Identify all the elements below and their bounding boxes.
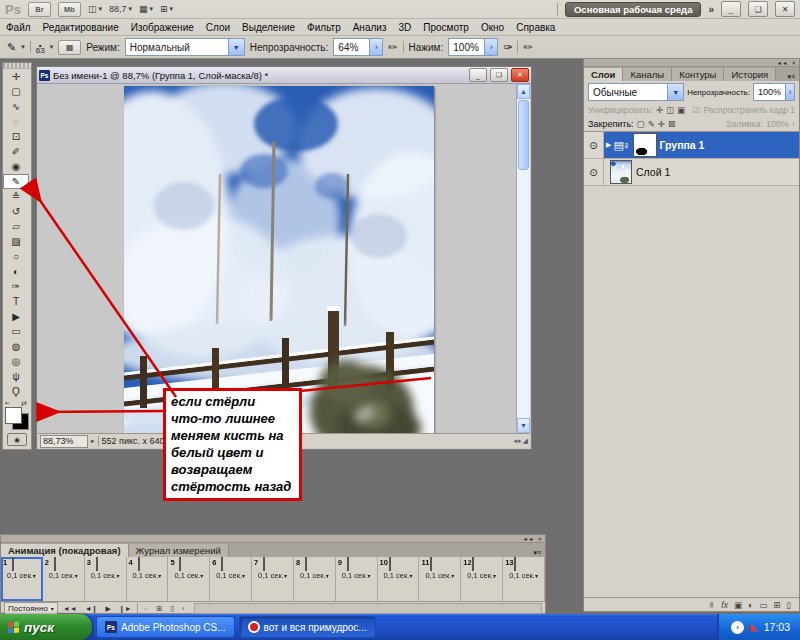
language-bar-icon[interactable]: ‹	[731, 621, 744, 634]
hscroll-right-icon[interactable]: ▸	[518, 437, 522, 445]
horizontal-scrollbar[interactable]	[194, 603, 542, 614]
close-panel-icon[interactable]: ✕	[537, 536, 542, 542]
flow-field[interactable]: 100% ›	[448, 38, 498, 56]
animation-frame[interactable]: 13 0,1 сек.▾	[503, 557, 545, 601]
spinner-icon[interactable]: ›	[785, 84, 794, 100]
document-titlebar[interactable]: Ps Без имени-1 @ 88,7% (Группа 1, Слой-м…	[37, 67, 531, 84]
menu-item[interactable]: Редактирование	[37, 22, 125, 33]
opacity-field[interactable]: 64% ›	[333, 38, 383, 56]
doc-minimize-button[interactable]: _	[469, 68, 487, 82]
graphics-tray-icon[interactable]: ◣	[750, 622, 758, 632]
frame-thumbnail[interactable]	[472, 557, 474, 571]
view-extras-menu[interactable]: ◫▾	[88, 4, 102, 14]
doc-restore-button[interactable]: ❏	[490, 68, 508, 82]
tween-button[interactable]: ⁘	[140, 605, 152, 613]
status-arrow-icon[interactable]: ▸	[91, 437, 95, 445]
delete-frame-button[interactable]: ▯	[167, 605, 177, 613]
close-panel-icon[interactable]: ✕	[791, 60, 796, 66]
layer-style-fx-icon[interactable]: fx	[721, 600, 728, 610]
window-restore-button[interactable]: ❏	[748, 1, 768, 17]
menu-item[interactable]: Файл	[0, 22, 37, 33]
spinner-icon[interactable]: ›	[484, 39, 497, 55]
frame-thumbnail[interactable]	[430, 557, 432, 571]
swap-colors-icon[interactable]: ⇄	[21, 400, 27, 408]
spinner-icon[interactable]: ›	[369, 39, 382, 55]
animation-frame[interactable]: 8 0,1 сек.▾	[294, 557, 336, 601]
menu-item[interactable]: 3D	[392, 22, 417, 33]
brush-size-picker[interactable]: •63	[36, 41, 45, 53]
taskbar-item-browser[interactable]: вот и вся примудрос...	[239, 616, 376, 638]
lock-all-icon[interactable]: ⊠	[668, 119, 675, 129]
frame-thumbnail[interactable]	[12, 557, 14, 571]
unify-position-icon[interactable]: ✛	[656, 105, 663, 115]
frame-thumbnail[interactable]	[347, 557, 349, 571]
panel-menu-icon[interactable]: ▾≡	[783, 73, 799, 81]
menu-item[interactable]: Изображение	[125, 22, 200, 33]
new-group-icon[interactable]: ▭	[759, 600, 767, 610]
foreground-color-swatch[interactable]	[5, 407, 22, 424]
brush-preset-icon[interactable]: ✎	[7, 41, 16, 54]
propagate-checkbox[interactable]: ☑	[693, 105, 701, 115]
panel-menu-icon[interactable]: ▾≡	[529, 549, 545, 557]
adjustment-layer-icon[interactable]: ◐	[748, 600, 753, 610]
resize-grip-icon[interactable]: ◢	[523, 437, 528, 445]
animation-frame[interactable]: 1 0,1 сек.▾	[1, 557, 43, 601]
menu-item[interactable]: Слои	[200, 22, 236, 33]
expand-triangle-icon[interactable]: ▶	[606, 141, 611, 149]
window-minimize-button[interactable]: _	[721, 1, 741, 17]
pen-pressure-icon[interactable]: ✑	[503, 41, 512, 54]
tab-animation[interactable]: Анимация (покадровая)	[1, 544, 129, 557]
quick-selection-tool[interactable]: ◌	[3, 114, 29, 129]
layer-name[interactable]: Группа 1	[660, 139, 705, 151]
blur-tool[interactable]: ○	[3, 249, 29, 264]
frame-thumbnail[interactable]	[54, 557, 56, 571]
animation-frame[interactable]: 2 0,1 сек.▾	[43, 557, 85, 601]
frame-delay[interactable]: 0,1 сек.▾	[378, 571, 419, 580]
3d-rotate-tool[interactable]: ◍	[3, 339, 29, 354]
collapse-panel-icon[interactable]: ◄◄	[523, 536, 534, 542]
frame-delay[interactable]: 0,1 сек.▾	[85, 571, 126, 580]
animation-frame[interactable]: 9 0,1 сек.▾	[336, 557, 378, 601]
frame-delay[interactable]: 0,1 сек.▾	[127, 571, 168, 580]
hand-tool[interactable]: ψ	[3, 369, 29, 384]
menu-item[interactable]: Просмотр	[417, 22, 475, 33]
menu-item[interactable]: Выделение	[236, 22, 301, 33]
animation-frame[interactable]: 10 0,1 сек.▾	[378, 557, 420, 601]
tab-layers[interactable]: Слои	[584, 68, 623, 81]
taskbar-item-photoshop[interactable]: Ps Adobe Photoshop CS...	[96, 616, 235, 638]
toggle-brushes-panel-button[interactable]: ▤	[58, 40, 81, 55]
3d-orbit-tool[interactable]: ◎	[3, 354, 29, 369]
animation-frame[interactable]: 6 0,1 сек.▾	[210, 557, 252, 601]
layers-blend-mode-select[interactable]: Обычные ▼	[588, 83, 684, 101]
duplicate-frame-button[interactable]: ⊞	[154, 605, 166, 613]
menu-item[interactable]: Справка	[510, 22, 561, 33]
layer-row-group1[interactable]: ⊙ ▶ ▤ ∞ Группа 1	[584, 132, 799, 159]
path-selection-tool[interactable]: ▶	[3, 309, 29, 324]
frame-thumbnail[interactable]	[138, 557, 140, 571]
spinner-icon[interactable]: ›	[792, 119, 795, 129]
blend-mode-select[interactable]: Нормальный ▼	[125, 38, 245, 56]
eyedropper-tool[interactable]: ✐	[3, 144, 29, 159]
unify-style-icon[interactable]: ▣	[677, 105, 685, 115]
frame-thumbnail[interactable]	[221, 557, 223, 571]
scroll-down-icon[interactable]: ▼	[517, 418, 530, 433]
frame-delay[interactable]: 0,1 сек.▾	[1, 571, 42, 580]
frame-delay[interactable]: 0,1 сек.▾	[336, 571, 377, 580]
window-close-button[interactable]: ✕	[775, 1, 795, 17]
play-button[interactable]: ▶	[103, 605, 114, 613]
hscroll-left-icon[interactable]: ‹	[179, 605, 187, 612]
tab-paths[interactable]: Контуры	[672, 68, 724, 81]
animation-frame[interactable]: 12 0,1 сек.▾	[461, 557, 503, 601]
collapse-panel-icon[interactable]: ◄◄	[777, 60, 788, 66]
layers-opacity-field[interactable]: 100% ›	[753, 83, 795, 101]
doc-close-button[interactable]: ✕	[511, 68, 529, 82]
menu-item[interactable]: Окно	[475, 22, 510, 33]
frame-thumbnail[interactable]	[179, 557, 181, 571]
spot-healing-brush-tool[interactable]: ◉	[3, 159, 29, 174]
frame-delay[interactable]: 0,1 сек.▾	[294, 571, 335, 580]
animation-frame[interactable]: 5 0,1 сек.▾	[168, 557, 210, 601]
dodge-tool[interactable]: ◐	[3, 264, 29, 279]
default-colors-icon[interactable]: ▪▫	[5, 400, 9, 406]
scrollbar-thumb[interactable]	[518, 100, 529, 170]
scroll-up-icon[interactable]: ▲	[517, 84, 530, 99]
